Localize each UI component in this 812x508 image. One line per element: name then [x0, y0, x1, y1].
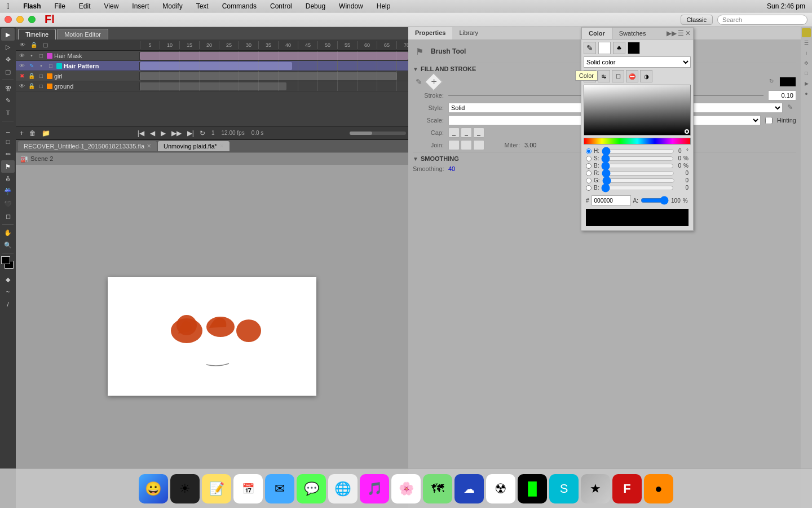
color-white-swatch[interactable] — [598, 42, 611, 54]
color-black-swatch[interactable] — [628, 42, 640, 54]
layer-hair-mask-lock[interactable]: • — [28, 52, 36, 60]
style-edit-icon[interactable]: ✎ — [787, 103, 796, 112]
dock-iterm[interactable]: █ — [518, 474, 547, 503]
debug-panel-icon[interactable]: ● — [802, 89, 811, 98]
layer-hair-pattern-lock[interactable]: • — [37, 62, 45, 70]
dock-mail[interactable]: ✉ — [265, 474, 294, 503]
layer-hair-pattern-type[interactable]: □ — [47, 62, 55, 70]
line-tool[interactable]: ⎯ — [1, 123, 15, 135]
menu-insert[interactable]: Insert — [130, 2, 151, 11]
brush-tool[interactable]: ⚑ — [1, 160, 15, 173]
color-type-select[interactable]: Solid color — [584, 56, 691, 68]
layer-hair-mask-name[interactable]: Hair Mask — [54, 52, 137, 59]
menu-flash[interactable]: Flash — [21, 2, 43, 11]
layer-folder-btn[interactable]: 📁 — [40, 129, 52, 137]
layer-girl-frames[interactable] — [140, 71, 408, 81]
layer-hair-pattern-edit[interactable]: ✎ — [28, 62, 36, 70]
dock-chrome[interactable]: ☢ — [486, 474, 515, 503]
doc-tab-recover[interactable]: RECOVER_Untitled-1_20150618213335.fla ✕ — [18, 141, 157, 151]
color-panel-menu[interactable]: ☰ — [678, 29, 684, 37]
apple-menu[interactable]:  — [5, 1, 12, 11]
menu-text[interactable]: Text — [194, 2, 211, 11]
lock-all-layers-icon[interactable]: 🔒 — [29, 41, 38, 50]
workspace-switcher[interactable]: Classic — [681, 15, 713, 25]
search-input[interactable] — [717, 15, 807, 25]
doc-tab-recover-close[interactable]: ✕ — [147, 143, 151, 149]
cap-none-btn[interactable]: ⎯ — [448, 128, 460, 138]
menu-help[interactable]: Help — [374, 2, 393, 11]
menu-window[interactable]: Window — [337, 2, 365, 11]
alpha-slider[interactable] — [641, 198, 669, 203]
color-panel-close[interactable]: ✕ — [685, 29, 691, 37]
menu-view[interactable]: View — [102, 2, 121, 11]
hinting-checkbox[interactable] — [765, 117, 773, 124]
timeline-scroll[interactable] — [350, 132, 406, 135]
b2-radio[interactable] — [586, 185, 592, 191]
stroke-fill-indicator[interactable] — [1, 256, 15, 272]
eraser-tool[interactable]: ◻ — [1, 210, 15, 222]
layer-girl-eye[interactable]: ✖ — [18, 72, 26, 80]
dock-apps-folder[interactable]: ★ — [581, 474, 610, 503]
dock-maps[interactable]: 🗺 — [423, 474, 452, 503]
dock-finder[interactable]: 😀 — [139, 474, 168, 503]
straighten-btn[interactable]: / — [1, 298, 15, 310]
layer-hair-pattern-name[interactable]: Hair Pattern — [64, 63, 137, 69]
color-tool-gradient[interactable]: ◑ — [640, 70, 652, 82]
dock-extra[interactable]: ● — [644, 474, 673, 503]
color-panel-expand[interactable]: ▶▶ — [667, 29, 677, 37]
stroke-value-input[interactable] — [768, 90, 796, 100]
layer-hair-pattern-frames[interactable] — [140, 61, 408, 71]
go-forward-btn[interactable]: ▶▶ — [170, 129, 183, 137]
join-bevel-btn[interactable] — [473, 140, 484, 150]
dock-launchpad[interactable]: ☀ — [170, 474, 200, 503]
color-tool-reset[interactable]: ☐ — [612, 70, 624, 82]
go-first-frame-btn[interactable]: |◀ — [136, 129, 146, 137]
layer-girl-name[interactable]: girl — [54, 73, 137, 80]
s-radio[interactable] — [586, 156, 592, 161]
dock-photos[interactable]: 🌸 — [391, 474, 421, 503]
zoom-tool[interactable]: 🔍 — [1, 239, 15, 251]
subselect-tool[interactable]: ▷ — [1, 41, 15, 53]
selection-tool[interactable]: ▶ — [1, 28, 15, 41]
smooth-btn[interactable]: ~ — [1, 286, 15, 298]
stage[interactable] — [108, 277, 316, 396]
properties-tab[interactable]: Properties — [408, 27, 452, 40]
g-radio[interactable] — [586, 178, 592, 183]
components-icon[interactable]: □ — [802, 69, 811, 78]
snap-to-objects[interactable]: ◆ — [1, 273, 15, 286]
join-round-btn[interactable] — [461, 140, 472, 150]
color-panel-icon[interactable] — [802, 28, 811, 37]
layer-ground-eye[interactable]: 👁 — [18, 82, 26, 90]
hue-slider[interactable] — [584, 138, 691, 144]
menu-debug[interactable]: Debug — [303, 2, 328, 11]
refresh-icon[interactable]: ↻ — [769, 78, 777, 86]
tab-timeline[interactable]: Timeline — [18, 29, 56, 40]
s-slider[interactable] — [601, 156, 674, 161]
go-back-btn[interactable]: ◀ — [148, 129, 157, 137]
align-panel-icon[interactable]: ☰ — [802, 38, 811, 47]
layer-hair-mask-eye[interactable]: 👁 — [18, 52, 26, 60]
breadcrumb-scene[interactable]: Scene 2 — [30, 155, 53, 162]
b-slider[interactable] — [601, 163, 674, 169]
canvas-area[interactable] — [16, 165, 408, 508]
b-radio[interactable] — [586, 163, 592, 169]
gradient-cursor[interactable] — [685, 129, 689, 134]
text-tool[interactable]: T — [1, 107, 15, 119]
menu-commands[interactable]: Commands — [220, 2, 259, 11]
color-tool-swap[interactable]: ↹ — [598, 70, 610, 82]
h-slider[interactable] — [602, 148, 674, 154]
layer-ground-name[interactable]: ground — [54, 83, 137, 90]
h-radio[interactable] — [586, 148, 592, 154]
layer-girl-type[interactable]: □ — [37, 72, 45, 80]
go-last-frame-btn[interactable]: ▶| — [186, 129, 196, 137]
menu-control[interactable]: Control — [268, 2, 294, 11]
lasso-tool[interactable]: ⚢ — [1, 82, 15, 94]
color-stroke-icon[interactable]: ✎ — [584, 42, 596, 54]
dock-flash[interactable]: F — [612, 474, 642, 503]
dock-creative-cloud[interactable]: ☁ — [454, 474, 484, 503]
eyedropper-tool[interactable]: 🖤 — [1, 198, 15, 210]
dock-skype[interactable]: S — [549, 474, 579, 503]
tab-motion-editor[interactable]: Motion Editor — [57, 29, 108, 40]
layer-girl-lock[interactable]: 🔒 — [28, 72, 36, 80]
color-gradient-picker[interactable] — [584, 85, 691, 135]
